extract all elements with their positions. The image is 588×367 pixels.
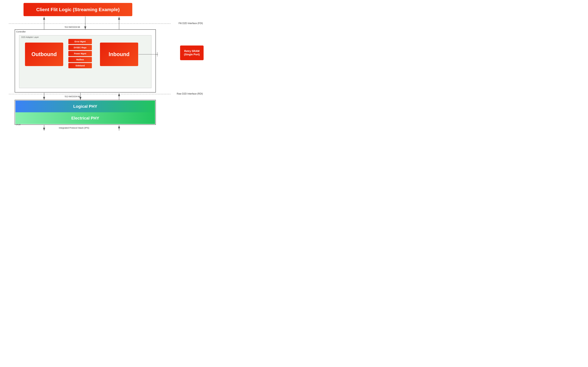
power-mgmt-label: Power Mgmt bbox=[74, 52, 86, 55]
bit-label-top: 512-bit/1024-bit bbox=[65, 26, 80, 28]
outbound-label: Outbound bbox=[31, 51, 57, 57]
electrical-phy-label: Electrical PHY bbox=[71, 116, 99, 121]
diagram-container: Client Flit Logic (Streaming Example) Fl… bbox=[0, 0, 206, 132]
outbound-box: Outbound bbox=[25, 42, 63, 66]
dvsec-regs-label: DVSEC Regs bbox=[74, 46, 86, 49]
logical-phy-label: Logical PHY bbox=[73, 104, 97, 109]
inbound-label: Inbound bbox=[109, 51, 130, 57]
d2d-label: D2D Adapter Layer bbox=[21, 36, 39, 38]
sideband-box: Sideband bbox=[68, 63, 92, 68]
client-flit-label: Client Flit Logic (Streaming Example) bbox=[36, 7, 120, 12]
control-boxes-group: Error Mgmt DVSEC Regs Power Mgmt Mailbox… bbox=[68, 39, 92, 68]
retry-sram-box: Retry SRAM(Single Port) bbox=[180, 45, 204, 60]
bit-label-bottom: 512-bit/1024-bit bbox=[65, 95, 80, 98]
ips-label: Integrated Protocol Stack (IPS) bbox=[59, 126, 89, 129]
controller-label: Controller bbox=[16, 30, 26, 33]
rdi-line bbox=[9, 94, 171, 94]
logical-phy-box: Logical PHY bbox=[16, 100, 155, 112]
electrical-phy-box: Electrical PHY bbox=[16, 112, 155, 124]
inbound-box: Inbound bbox=[100, 42, 138, 66]
fdi-label: Flit D2D Interface (FDI) bbox=[179, 22, 203, 25]
fdi-line bbox=[9, 24, 171, 24]
rdi-label: Raw D2D Interface (RDI) bbox=[177, 92, 203, 95]
client-flit-box: Client Flit Logic (Streaming Example) bbox=[24, 3, 132, 16]
error-mgmt-label: Error Mgmt bbox=[75, 40, 86, 43]
retry-sram-label: Retry SRAM(Single Port) bbox=[184, 50, 200, 56]
dvsec-regs-box: DVSEC Regs bbox=[68, 45, 92, 50]
sideband-label: Sideband bbox=[75, 65, 85, 67]
mailbox-box: Mailbox bbox=[68, 57, 92, 62]
error-mgmt-box: Error Mgmt bbox=[68, 39, 92, 44]
power-mgmt-box: Power Mgmt bbox=[68, 51, 92, 56]
mailbox-label: Mailbox bbox=[76, 58, 84, 61]
